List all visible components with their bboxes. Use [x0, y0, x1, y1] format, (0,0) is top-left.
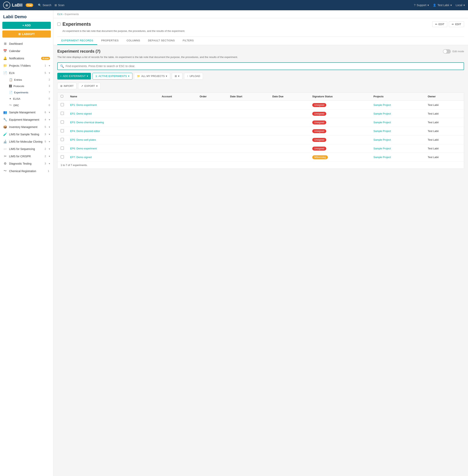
row-checkbox[interactable]: [61, 129, 64, 132]
chemical-count: 1: [48, 169, 49, 172]
protocols-icon: 🅰: [9, 84, 12, 88]
cell-order: [196, 118, 227, 127]
edit-label-2: EDIT: [455, 23, 461, 26]
cell-owner: Test Labii: [424, 153, 464, 161]
cell-owner: Test Labii: [424, 135, 464, 144]
project-link[interactable]: Sample Project: [373, 156, 391, 159]
row-checkbox[interactable]: [61, 138, 64, 141]
tab-properties[interactable]: PROPERTIES: [97, 37, 123, 45]
cell-project: Sample Project: [370, 109, 424, 118]
record-link[interactable]: EP7: Demo signed: [70, 156, 91, 159]
page-title-checkbox[interactable]: [57, 23, 60, 26]
support-button[interactable]: ? Support ▾: [414, 3, 429, 7]
export-button[interactable]: ↗ EXPORT ▾: [78, 83, 100, 89]
tab-columns[interactable]: COLUMNS: [123, 37, 144, 45]
sidebar-item-calendar[interactable]: 📅 Calendar: [0, 47, 53, 55]
tab-experiment-records[interactable]: EXPERIMENT RECORDS: [57, 37, 97, 45]
scan-icon: ⊞: [55, 3, 57, 7]
search-icon: 🔍: [60, 64, 64, 68]
all-my-projects-button[interactable]: 📁 ALL MY PROJECTS ▾: [134, 73, 170, 79]
projects-count: 1: [45, 64, 46, 67]
status-badge: Unsigned: [312, 147, 326, 151]
breadcrumb-separator: ›: [63, 13, 65, 16]
sidebar-sub-item-entries[interactable]: 📋 Entries 2: [0, 77, 53, 83]
sidebar-sub-item-experiments[interactable]: 📄 Experiments 7: [0, 89, 53, 95]
edit-buttons: ✏ EDIT ✏ EDIT: [432, 21, 464, 27]
breadcrumb: ELN › Experiments: [53, 10, 468, 18]
sidebar-item-diagnostic-testing[interactable]: ⚙ Diagnostic Testing 3 ▾: [0, 160, 53, 167]
sidebar-item-lims-crispr[interactable]: ✂ LIMS for CRISPR 2 ▾: [0, 153, 53, 160]
action-buttons: + ADD EXPERIMENT ▾ ⧖ ACTIVE EXPERIMENTS …: [57, 73, 464, 79]
record-link[interactable]: EP5: Demo well plates: [70, 138, 96, 141]
status-badge: Unsigned: [312, 112, 326, 116]
record-link[interactable]: EP3: Demo chemical drawing: [70, 121, 104, 124]
breadcrumb-eln-link[interactable]: ELN: [57, 13, 62, 16]
search-input[interactable]: [66, 64, 461, 68]
edit-button-2[interactable]: ✏ EDIT: [449, 21, 464, 27]
record-link[interactable]: EP6: Demo experiment: [70, 147, 97, 150]
row-checkbox[interactable]: [61, 147, 64, 150]
add-button[interactable]: + ADD: [2, 22, 51, 29]
upload-button[interactable]: ↑ UPLOAD: [184, 73, 203, 79]
project-link[interactable]: Sample Project: [373, 138, 391, 141]
sidebar-item-lims-sequencing[interactable]: ⋯ LIMS for Sequencing 2 ▾: [0, 145, 53, 153]
sidebar-sub-item-protocols[interactable]: 🅰 Protocols 3: [0, 83, 53, 89]
user-menu-button[interactable]: 👤 Test Labii ▾: [433, 3, 452, 7]
record-link[interactable]: EP1: Demo experiment: [70, 104, 97, 107]
row-checkbox[interactable]: [61, 121, 64, 124]
sidebar-item-lims-cloning[interactable]: 🔬 LIMS for Molecular Cloning 5 ▾: [0, 138, 53, 145]
status-badge: Witnessing: [312, 155, 328, 159]
project-link[interactable]: Sample Project: [373, 147, 391, 150]
sidebar-item-eln[interactable]: 📄 ELN 5 ▾: [0, 69, 53, 77]
project-link[interactable]: Sample Project: [373, 104, 391, 107]
row-checkbox[interactable]: [61, 112, 64, 115]
sidebar-sub-item-elisa[interactable]: ✦ ELISA 0: [0, 95, 53, 102]
toggle-switch[interactable]: [443, 49, 451, 54]
sidebar-item-equipment-management[interactable]: 🔧 Equipment Management 4 ▾: [0, 116, 53, 123]
sidebar-sub-item-drc[interactable]: 〜 DRC 0: [0, 102, 53, 109]
sidebar-item-chemical-registration[interactable]: 〜 Chemical Registration 1: [0, 167, 53, 175]
add-experiment-button[interactable]: + ADD EXPERIMENT ▾: [57, 73, 91, 79]
scan-button[interactable]: ⊞ Scan: [55, 3, 64, 7]
project-link[interactable]: Sample Project: [373, 112, 391, 115]
inventory-icon: 📦: [3, 125, 7, 129]
labiigpt-button[interactable]: ⊞ LABIIGPT: [2, 31, 51, 38]
project-link[interactable]: Sample Project: [373, 130, 391, 133]
cell-project: Sample Project: [370, 153, 424, 161]
tab-default-sections[interactable]: DEFAULT SECTIONS: [144, 37, 179, 45]
add-experiment-label: ADD EXPERIMENT: [63, 75, 86, 77]
cell-order: [196, 153, 227, 161]
logo[interactable]: ◎ LaBII: [3, 1, 23, 9]
table-row: EP7: Demo signed Witnessing Sample Proje…: [58, 153, 464, 161]
edit-mode-toggle[interactable]: Edit mode: [443, 49, 464, 54]
scan-label: Scan: [58, 3, 64, 7]
sidebar-item-notifications[interactable]: 🔔 Notifications 4 new: [0, 55, 53, 62]
import-button[interactable]: ⊞ IMPORT: [57, 83, 76, 89]
row-checkbox[interactable]: [61, 103, 64, 106]
sidebar-item-inventory-management[interactable]: 📦 Inventory Management 5 ▾: [0, 123, 53, 131]
project-link[interactable]: Sample Project: [373, 121, 391, 124]
select-all-checkbox[interactable]: [61, 95, 63, 97]
sidebar-item-label: Calendar: [9, 49, 50, 53]
row-checkbox[interactable]: [61, 155, 64, 158]
sidebar-item-sample-management[interactable]: 👥 Sample Management 6 ▾: [0, 109, 53, 116]
sidebar-item-lims-testing[interactable]: 🧪 LIMS for Sample Testing 3 ▾: [0, 131, 53, 138]
record-link[interactable]: EP2: Demo signed: [70, 112, 91, 115]
search-button[interactable]: 🔍 Search: [38, 3, 51, 7]
drc-icon: 〜: [9, 104, 12, 107]
cell-date-due: [269, 101, 309, 109]
help-icon: ?: [414, 3, 416, 7]
action-row-2: ⊞ IMPORT ↗ EXPORT ▾: [57, 83, 464, 89]
active-experiments-button[interactable]: ⧖ ACTIVE EXPERIMENTS ▾: [92, 73, 132, 79]
record-link[interactable]: EP4: Demo plasmid editor: [70, 130, 100, 133]
sidebar-item-dashboard[interactable]: ⊞ Dashboard: [0, 40, 53, 47]
lims-testing-count: 3: [45, 133, 46, 136]
tab-filters[interactable]: FILTERS: [179, 37, 198, 45]
locale-button[interactable]: Local ▾: [456, 3, 465, 7]
edit-button-1[interactable]: ✏ EDIT: [432, 21, 447, 27]
upload-icon: ↑: [187, 75, 188, 77]
cell-account: [159, 135, 196, 144]
view-toggle-button[interactable]: ⊞ ▾: [172, 73, 182, 79]
page-description: An experiment is the lab note that docum…: [57, 29, 464, 35]
sidebar-item-projects[interactable]: 📁 Projects / Folders 1 ▾: [0, 62, 53, 69]
